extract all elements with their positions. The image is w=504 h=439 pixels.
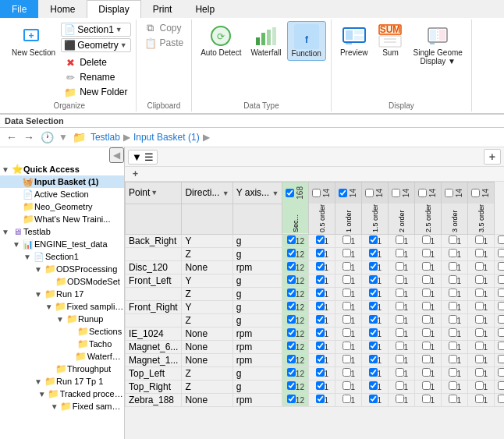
cell-order-9-7[interactable]: 1 <box>495 353 504 366</box>
order-checkbox-4-2[interactable] <box>369 289 378 297</box>
sidebar-item-ods-mode-set[interactable]: 📁 ODSModeSet <box>0 275 124 288</box>
order-checkbox-1-2[interactable] <box>369 249 378 257</box>
cell-order-0-3[interactable]: 1 <box>389 234 415 247</box>
cell-order-9-3[interactable]: 1 <box>389 353 415 366</box>
cell-sec-10[interactable]: 12 <box>282 366 309 380</box>
sidebar-item-neo-geometry[interactable]: 📁 Neo_Geometry <box>0 200 124 213</box>
single-geom-button[interactable]: Single GeomeDisplay ▼ <box>409 21 466 68</box>
order-checkbox-5-3[interactable] <box>396 302 404 310</box>
order-checkbox-4-5[interactable] <box>449 289 457 297</box>
order-checkbox-10-7[interactable] <box>498 368 504 377</box>
order-checkbox-1-7[interactable] <box>498 249 504 257</box>
order-checkbox-5-5[interactable] <box>449 302 457 310</box>
breadcrumb-input-basket[interactable]: Input Basket (1) <box>133 132 200 143</box>
order-checkbox-11-6[interactable] <box>475 381 484 390</box>
cell-sec-8[interactable]: 12 <box>282 340 309 353</box>
cell-order-11-6[interactable]: 1 <box>468 380 495 393</box>
order2-header-checkbox[interactable] <box>365 189 374 197</box>
order-checkbox-8-1[interactable] <box>343 342 351 350</box>
cell-order-3-5[interactable]: 1 <box>442 274 468 287</box>
order-checkbox-12-7[interactable] <box>498 395 504 403</box>
th-direction[interactable]: Directi... ▼ <box>182 182 232 204</box>
history-button[interactable]: 🕐 <box>39 129 55 145</box>
cell-order-2-1[interactable]: 1 <box>335 260 362 274</box>
order-checkbox-10-0[interactable] <box>316 368 325 377</box>
order-checkbox-10-1[interactable] <box>343 368 351 377</box>
sidebar-item-input-basket[interactable]: 🧺 Input Basket (1) <box>0 175 124 188</box>
th-section[interactable]: 168 <box>282 182 309 204</box>
cell-order-2-2[interactable]: 1 <box>362 260 389 274</box>
cell-order-12-6[interactable]: 1 <box>468 393 495 406</box>
cell-order-9-0[interactable]: 1 <box>309 353 335 366</box>
cell-order-9-6[interactable]: 1 <box>468 353 495 366</box>
cell-order-4-3[interactable]: 1 <box>389 287 415 300</box>
order-checkbox-8-4[interactable] <box>422 342 431 350</box>
cell-sec-1[interactable]: 12 <box>282 247 309 260</box>
sidebar-item-active-section[interactable]: 📄 Active Section <box>0 188 124 200</box>
cell-order-5-0[interactable]: 1 <box>309 300 335 313</box>
order-checkbox-12-5[interactable] <box>449 395 457 403</box>
order-checkbox-0-4[interactable] <box>422 235 431 244</box>
cell-order-9-2[interactable]: 1 <box>362 353 389 366</box>
sidebar-item-sections[interactable]: 📁 Sections <box>0 325 124 338</box>
order-checkbox-4-1[interactable] <box>343 289 351 297</box>
order-checkbox-5-0[interactable] <box>316 302 325 310</box>
cell-order-8-3[interactable]: 1 <box>389 340 415 353</box>
tab-print[interactable]: Print <box>141 0 184 18</box>
order-checkbox-3-0[interactable] <box>316 275 325 284</box>
cell-order-8-2[interactable]: 1 <box>362 340 389 353</box>
order-checkbox-0-1[interactable] <box>343 235 351 244</box>
order-checkbox-3-5[interactable] <box>449 275 457 284</box>
order-checkbox-0-0[interactable] <box>316 235 325 244</box>
cell-order-4-5[interactable]: 1 <box>442 287 468 300</box>
cell-order-10-7[interactable]: 1 <box>495 366 504 380</box>
order-checkbox-9-5[interactable] <box>449 355 457 363</box>
order-checkbox-8-5[interactable] <box>449 342 457 350</box>
waterfall-button[interactable]: Waterfall <box>247 21 285 59</box>
order-checkbox-3-2[interactable] <box>369 275 378 284</box>
order-checkbox-2-1[interactable] <box>343 262 351 271</box>
tab-display[interactable]: Display <box>87 0 140 18</box>
cell-order-5-5[interactable]: 1 <box>442 300 468 313</box>
sidebar-item-fixed-sampling[interactable]: ▼ 📁 Fixed sampling <box>0 300 124 313</box>
sec-checkbox-6[interactable] <box>287 315 296 324</box>
sec-checkbox-11[interactable] <box>287 381 296 390</box>
order-checkbox-7-7[interactable] <box>498 328 504 337</box>
order-checkbox-8-6[interactable] <box>475 342 484 350</box>
sec-checkbox-9[interactable] <box>287 355 296 363</box>
geometry-select[interactable]: ⬛ Geometry ▼ <box>61 38 130 52</box>
order-checkbox-4-0[interactable] <box>316 289 325 297</box>
cell-order-2-6[interactable]: 1 <box>468 260 495 274</box>
order-checkbox-9-3[interactable] <box>396 355 404 363</box>
order-checkbox-2-5[interactable] <box>449 262 457 271</box>
order-checkbox-10-5[interactable] <box>449 368 457 377</box>
order4-header-checkbox[interactable] <box>418 189 427 197</box>
order-checkbox-3-6[interactable] <box>475 275 484 284</box>
cell-order-10-2[interactable]: 1 <box>362 366 389 380</box>
table-scroll[interactable]: Point ▼ Directi... ▼ Y axis... ▼ <box>125 182 504 439</box>
cell-order-4-1[interactable]: 1 <box>335 287 362 300</box>
order1-header-checkbox[interactable] <box>339 189 347 197</box>
cell-order-10-3[interactable]: 1 <box>389 366 415 380</box>
tab-help[interactable]: Help <box>183 0 226 18</box>
sidebar-item-testlab[interactable]: ▼ 🖥 Testlab <box>0 225 124 238</box>
section-select[interactable]: 📄 Section1 ▼ <box>61 23 130 37</box>
cell-order-8-0[interactable]: 1 <box>309 340 335 353</box>
cell-order-3-2[interactable]: 1 <box>362 274 389 287</box>
order-checkbox-11-4[interactable] <box>422 381 431 390</box>
sec-checkbox-0[interactable] <box>287 235 296 244</box>
cell-order-7-4[interactable]: 1 <box>415 327 442 340</box>
sidebar-item-quick-access[interactable]: ▼ ⭐ Quick Access <box>0 163 124 175</box>
cell-order-12-0[interactable]: 1 <box>309 393 335 406</box>
cell-order-0-4[interactable]: 1 <box>415 234 442 247</box>
order-checkbox-9-6[interactable] <box>475 355 484 363</box>
order-checkbox-9-0[interactable] <box>316 355 325 363</box>
th-order-6[interactable]: 14 <box>468 182 495 204</box>
order-checkbox-5-7[interactable] <box>498 302 504 310</box>
cell-order-8-7[interactable]: 1 <box>495 340 504 353</box>
cell-order-1-6[interactable]: 1 <box>468 247 495 260</box>
order-checkbox-7-3[interactable] <box>396 328 404 337</box>
cell-order-7-7[interactable]: 1 <box>495 327 504 340</box>
order-checkbox-2-4[interactable] <box>422 262 431 271</box>
cell-order-2-7[interactable]: 1 <box>495 260 504 274</box>
